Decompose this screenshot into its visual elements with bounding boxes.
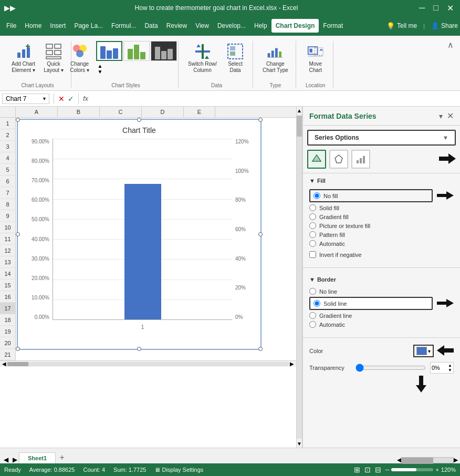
chart-bar[interactable] — [124, 184, 161, 319]
solid-fill-radio[interactable] — [309, 204, 316, 211]
shape-options-icon-button[interactable] — [329, 150, 348, 169]
handle-br[interactable] — [258, 347, 263, 351]
handle-tl[interactable] — [16, 118, 20, 122]
transparency-slider[interactable] — [356, 364, 426, 372]
sheet-scroll-left2[interactable]: ◀ — [397, 457, 401, 463]
menu-formulas[interactable]: Formul... — [107, 19, 140, 33]
scroll-up-button[interactable]: ▲ — [296, 107, 303, 115]
share-button[interactable]: Share — [441, 22, 458, 29]
menu-help[interactable]: Help — [250, 19, 271, 33]
automatic-border-radio[interactable] — [309, 321, 316, 328]
automatic-border-option[interactable]: Automatic — [309, 320, 454, 329]
chart-container[interactable]: Chart Title 0.00% 10.00% 20.00% 30.00% 4… — [17, 119, 262, 350]
automatic-fill-option[interactable]: Automatic — [309, 239, 454, 248]
border-triangle[interactable]: ▼ — [309, 276, 315, 283]
change-colors-button[interactable]: ChangeColors ▾ — [67, 41, 93, 76]
no-line-radio[interactable] — [309, 288, 316, 295]
change-chart-type-button[interactable]: ChangeChart Type — [259, 41, 291, 76]
tell-me[interactable]: Tell me — [397, 22, 417, 29]
picture-texture-fill-radio[interactable] — [309, 222, 316, 229]
chart-style-2[interactable] — [123, 41, 150, 61]
zoom-minus-button[interactable]: ─ — [385, 467, 390, 473]
quick-layout-button[interactable]: QuickLayout ▾ — [40, 41, 67, 76]
name-box-dropdown[interactable]: ▾ — [43, 96, 46, 101]
panel-dropdown-button[interactable]: ▾ — [439, 112, 443, 120]
formula-confirm-button[interactable]: ✓ — [68, 95, 74, 103]
menu-data[interactable]: Data — [140, 19, 162, 33]
page-layout-view-button[interactable]: ⊡ — [364, 465, 371, 474]
no-line-option[interactable]: No line — [309, 287, 454, 296]
zoom-plus-button[interactable]: + — [435, 467, 438, 473]
sheet-scroll-left[interactable]: ◀ — [2, 456, 10, 463]
solid-fill-option[interactable]: Solid fill — [309, 203, 454, 212]
transparency-value-box[interactable]: 0% ▲ ▼ — [430, 362, 454, 374]
menu-developer[interactable]: Develop... — [213, 19, 250, 33]
handle-bc[interactable] — [137, 347, 141, 351]
menu-insert[interactable]: Insert — [46, 19, 70, 33]
scroll-down-button[interactable]: ▼ — [296, 440, 303, 448]
chart-style-1[interactable] — [96, 41, 122, 61]
add-sheet-button[interactable]: + — [56, 452, 68, 463]
close-button[interactable]: ✕ — [445, 3, 456, 13]
horizontal-scroll-right[interactable]: ▶ — [290, 361, 294, 367]
series-chart-icon-button[interactable] — [351, 150, 370, 169]
maximize-button[interactable]: □ — [431, 3, 441, 13]
menu-file[interactable]: File — [2, 19, 20, 33]
invert-negative-checkbox[interactable] — [309, 251, 316, 258]
transparency-spinner[interactable]: ▲ ▼ — [448, 363, 452, 372]
pattern-fill-option[interactable]: Pattern fill — [309, 230, 454, 239]
gradient-fill-option[interactable]: Gradient fill — [309, 212, 454, 221]
minimize-button[interactable]: ─ — [417, 3, 427, 13]
sheet-tab-sheet1[interactable]: Sheet1 — [19, 452, 56, 463]
add-chart-element-button[interactable]: Add ChartElement ▾ — [8, 41, 38, 76]
gradient-fill-radio[interactable] — [309, 213, 316, 220]
gradient-line-radio[interactable] — [309, 312, 316, 319]
fill-effects-icon-button[interactable] — [307, 150, 326, 169]
pattern-fill-radio[interactable] — [309, 231, 316, 238]
chart-style-3[interactable] — [151, 41, 177, 61]
sheet-scroll-right2[interactable]: ▶ — [454, 457, 458, 463]
color-picker-button[interactable]: ▾ — [413, 345, 434, 357]
series-options-dropdown[interactable]: ▼ — [443, 134, 448, 141]
ribbon-collapse-button[interactable]: ∧ — [445, 38, 456, 52]
handle-tc[interactable] — [137, 118, 141, 122]
formula-cancel-button[interactable]: ✕ — [58, 95, 65, 103]
menu-pagelayout[interactable]: Page La... — [70, 19, 107, 33]
select-data-button[interactable]: SelectData — [222, 41, 248, 76]
menu-review[interactable]: Review — [162, 19, 191, 33]
horizontal-scrollbar-thumb[interactable] — [7, 362, 28, 366]
solid-line-option[interactable]: Solid line — [309, 297, 433, 310]
name-box[interactable]: Chart 7 ▾ — [2, 94, 49, 104]
handle-bl[interactable] — [16, 347, 20, 351]
vertical-scrollbar[interactable]: ▲ ▼ — [296, 107, 302, 448]
panel-close-button[interactable]: ✕ — [447, 111, 454, 121]
sheet-scrollbar-thumb[interactable] — [402, 458, 433, 464]
horizontal-scroll-left[interactable]: ◀ — [2, 361, 6, 367]
automatic-fill-radio[interactable] — [309, 240, 316, 247]
handle-mr[interactable] — [258, 232, 263, 236]
gradient-line-option[interactable]: Gradient line — [309, 311, 454, 320]
menu-format[interactable]: Format — [319, 19, 347, 33]
scroll-thumb[interactable] — [297, 116, 302, 137]
sheet-scroll-right[interactable]: ▶ — [11, 456, 19, 463]
zoom-slider[interactable] — [391, 468, 433, 471]
page-break-view-button[interactable]: ⊟ — [375, 465, 381, 474]
sheet-scrollbar[interactable] — [401, 457, 454, 463]
no-fill-radio[interactable] — [313, 192, 320, 199]
styles-scroll-up[interactable]: ▲ — [96, 63, 104, 69]
handle-ml[interactable] — [16, 232, 20, 236]
styles-scroll-down[interactable]: ▼ — [96, 69, 104, 75]
display-settings-button[interactable]: 🖥 Display Settings — [154, 467, 203, 473]
solid-line-radio[interactable] — [313, 300, 320, 307]
menu-home[interactable]: Home — [20, 19, 46, 33]
color-dropdown-arrow[interactable]: ▾ — [428, 348, 431, 354]
fill-triangle[interactable]: ▼ — [309, 178, 315, 184]
switch-row-column-button[interactable]: Switch Row/Column — [185, 41, 220, 76]
picture-texture-fill-option[interactable]: Picture or texture fill — [309, 221, 454, 230]
no-fill-option[interactable]: No fill — [309, 189, 433, 202]
move-chart-button[interactable]: MoveChart — [302, 41, 329, 76]
menu-chart-design[interactable]: Chart Design — [271, 19, 319, 33]
menu-view[interactable]: View — [191, 19, 213, 33]
series-options-header[interactable]: Series Options ▼ — [307, 130, 456, 146]
handle-tr[interactable] — [258, 118, 263, 122]
